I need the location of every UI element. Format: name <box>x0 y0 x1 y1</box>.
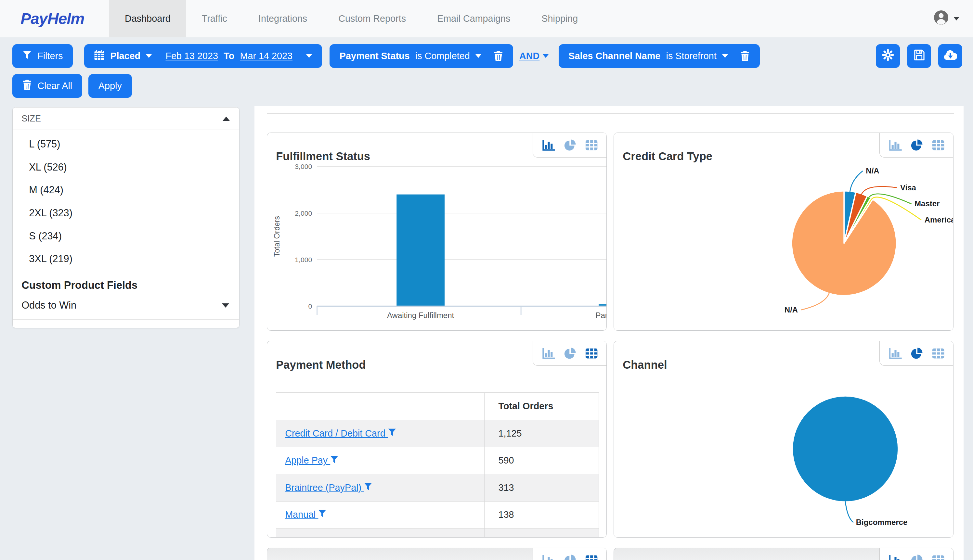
condition-sales-channel[interactable]: Sales Channel Name is Storefront <box>559 44 760 68</box>
trash-icon[interactable] <box>494 51 503 62</box>
svg-text:1,000: 1,000 <box>295 256 312 263</box>
card-title: Shipping Provider <box>614 557 810 560</box>
table-icon[interactable] <box>931 554 945 560</box>
filter-row-2: Clear All Apply <box>12 74 962 98</box>
top-navbar: PayHelm Dashboard Traffic Integrations C… <box>0 0 973 37</box>
chart-view-toolbar <box>532 133 606 158</box>
filters-button[interactable]: Filters <box>12 44 73 68</box>
conjunction-selector[interactable]: AND <box>519 51 549 62</box>
main-nav: Dashboard Traffic Integrations Custom Re… <box>109 0 593 37</box>
pie-chart-icon[interactable] <box>910 139 923 152</box>
svg-text:2,000: 2,000 <box>295 209 312 217</box>
caret-down-icon <box>543 54 549 58</box>
chart-view-toolbar <box>532 548 606 560</box>
table-icon[interactable] <box>585 554 598 560</box>
pie-chart-icon[interactable] <box>564 139 576 152</box>
svg-text:Bigcommerce: Bigcommerce <box>856 518 908 527</box>
condition-payment-status[interactable]: Payment Status is Completed <box>330 44 513 68</box>
payment-method-link[interactable]: Credit Card / Debit Card <box>285 428 396 438</box>
bar-chart-icon[interactable] <box>542 139 556 152</box>
table-icon[interactable] <box>585 139 598 152</box>
payment-method-link[interactable]: Braintree (PayPal) <box>285 482 372 493</box>
table-icon[interactable] <box>931 347 945 360</box>
table-row: Sezzle 104 <box>276 528 599 538</box>
export-button[interactable] <box>938 44 963 68</box>
card-title: Channel <box>614 350 810 371</box>
tab-dashboard[interactable]: Dashboard <box>109 0 186 37</box>
cloud-download-icon <box>943 50 957 63</box>
payment-method-link[interactable]: Sezzle <box>285 537 324 538</box>
caret-down-icon <box>146 54 152 58</box>
tab-shipping[interactable]: Shipping <box>526 0 593 37</box>
chart-view-toolbar <box>880 133 953 158</box>
clear-all-button[interactable]: Clear All <box>12 74 82 98</box>
svg-text:Awaiting Fulfillment: Awaiting Fulfillment <box>387 311 454 320</box>
payment-method-link[interactable]: Manual <box>285 509 326 520</box>
date-field-label: Placed <box>110 51 140 62</box>
date-to-word: To <box>224 51 234 62</box>
chevron-down-icon <box>953 17 960 20</box>
app-viewport: PayHelm Dashboard Traffic Integrations C… <box>0 0 973 560</box>
filter-row-1: Filters Placed Feb 13 2023 To Mar 14 202… <box>12 44 962 68</box>
settings-button[interactable] <box>876 44 900 68</box>
pie-chart-icon[interactable] <box>564 554 576 560</box>
filter-icon <box>330 456 338 464</box>
table-icon[interactable] <box>585 347 598 360</box>
card-title: Payment Method <box>267 350 463 371</box>
pie-chart-icon[interactable] <box>564 347 576 360</box>
facet-section-size[interactable]: SIZE <box>13 108 239 130</box>
svg-text:3,000: 3,000 <box>295 163 312 170</box>
facet-item-l[interactable]: L (575) <box>13 133 239 156</box>
caret-down-icon <box>222 303 229 308</box>
filter-actions <box>876 44 963 68</box>
facet-section-odds-to-win[interactable]: Odds to Win <box>13 292 239 320</box>
apply-button[interactable]: Apply <box>88 74 132 98</box>
user-menu[interactable] <box>933 0 973 37</box>
bar-chart-icon[interactable] <box>888 347 902 360</box>
facet-item-3xl[interactable]: 3XL (219) <box>13 248 239 271</box>
caret-down-icon <box>722 54 728 58</box>
trash-icon[interactable] <box>740 51 750 62</box>
bar-chart-icon[interactable] <box>888 554 902 560</box>
bar-chart-icon[interactable] <box>542 347 556 360</box>
table-header-row: Total Orders <box>276 392 599 420</box>
tab-custom-reports[interactable]: Custom Reports <box>323 0 422 37</box>
facet-item-s[interactable]: S (234) <box>13 225 239 248</box>
total-orders-value: 104 <box>484 528 599 538</box>
condition-text: is Storefront <box>666 51 717 62</box>
payment-method-table: Total Orders Credit Card / Debit Card 1,… <box>276 392 599 538</box>
facet-item-2xl[interactable]: 2XL (323) <box>13 202 239 225</box>
custom-product-fields-heading: Custom Product Fields <box>13 272 239 292</box>
chart-view-toolbar <box>880 548 953 560</box>
bar-chart-icon[interactable] <box>542 554 556 560</box>
pie-chart-icon[interactable] <box>910 347 923 360</box>
facet-item-m[interactable]: M (424) <box>13 179 239 202</box>
date-range-filter[interactable]: Placed Feb 13 2023 To Mar 14 2023 <box>84 44 322 68</box>
card-title: Credit Card Type <box>614 142 810 163</box>
bar-chart-icon[interactable] <box>888 139 902 152</box>
method-column-header <box>276 392 484 420</box>
cards-grid: Fulfillment Status 01,0002,0003,000Await… <box>254 114 964 560</box>
table-icon[interactable] <box>931 139 945 152</box>
payhelm-logo[interactable]: PayHelm <box>20 0 84 37</box>
facet-item-xl[interactable]: XL (526) <box>13 156 239 179</box>
save-report-button[interactable] <box>907 44 931 68</box>
date-from: Feb 13 2023 <box>165 51 218 62</box>
card-title: Fulfillment Status <box>267 142 463 163</box>
svg-text:Total Orders: Total Orders <box>273 216 282 257</box>
card-title: Customer Group <box>267 557 463 560</box>
trash-icon <box>22 80 32 93</box>
svg-text:0: 0 <box>309 302 312 310</box>
tab-email-campaigns[interactable]: Email Campaigns <box>422 0 526 37</box>
card-channel: Channel Bigcommerce <box>614 341 953 538</box>
card-fulfillment-status: Fulfillment Status 01,0002,0003,000Await… <box>267 133 607 331</box>
card-payment-method: Payment Method Total Orders Credit Card … <box>267 341 607 538</box>
tab-integrations[interactable]: Integrations <box>243 0 323 37</box>
total-orders-value: 1,125 <box>484 420 599 447</box>
pie-chart-icon[interactable] <box>910 554 923 560</box>
tab-traffic[interactable]: Traffic <box>186 0 243 37</box>
payment-method-link[interactable]: Apple Pay <box>285 455 338 465</box>
svg-text:Master: Master <box>915 199 940 208</box>
condition-text: is Completed <box>416 51 470 62</box>
svg-text:Visa: Visa <box>900 183 916 192</box>
